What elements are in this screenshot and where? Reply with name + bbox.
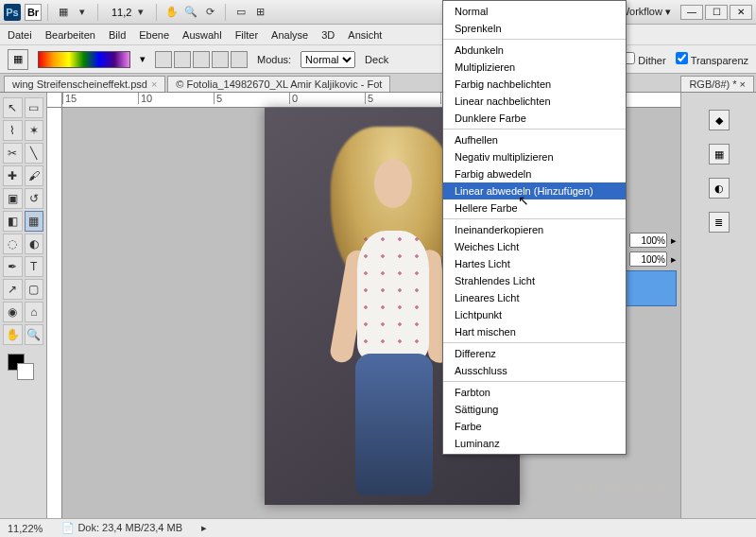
history-brush-tool[interactable]: ↺ <box>25 188 44 209</box>
hand-tool[interactable]: ✋ <box>3 324 23 345</box>
zoom-field[interactable]: 11,2 <box>112 7 131 18</box>
menu-ebene[interactable]: Ebene <box>139 29 169 41</box>
opacity-field[interactable] <box>629 233 667 248</box>
gradient-tool-icon[interactable]: ▦ <box>8 49 28 70</box>
color-swatches[interactable] <box>2 352 44 384</box>
gradient-reflected[interactable] <box>212 51 229 68</box>
menu-bild[interactable]: Bild <box>109 29 126 41</box>
status-dok[interactable]: 📄 Dok: 23,4 MB/23,4 MB <box>61 522 182 534</box>
blend-item[interactable]: Farbe <box>443 418 626 435</box>
hand-icon[interactable]: ✋ <box>163 4 181 21</box>
blend-item[interactable]: Hartes Licht <box>443 255 626 272</box>
gradient-radial[interactable] <box>174 51 191 68</box>
blend-item[interactable]: Negativ multiplizieren <box>443 148 626 165</box>
screen-mode-icon[interactable]: ▭ <box>232 4 250 21</box>
stamp-tool[interactable]: ▣ <box>3 188 23 209</box>
blend-item[interactable]: Strahlendes Licht <box>443 272 626 289</box>
menu-ansicht[interactable]: Ansicht <box>348 29 382 41</box>
zoom-icon[interactable]: 🔍 <box>181 4 200 21</box>
adjustments-panel-icon[interactable]: ◐ <box>709 178 730 199</box>
bridge-icon[interactable]: Br <box>25 4 42 21</box>
type-tool[interactable]: T <box>25 256 44 277</box>
blend-item-highlighted[interactable]: Linear abwedeln (Hinzufügen) <box>443 182 626 199</box>
menu-filter[interactable]: Filter <box>235 29 258 41</box>
lasso-tool[interactable]: ⌇ <box>3 120 23 141</box>
heal-tool[interactable]: ✚ <box>3 165 23 186</box>
dropdown-icon[interactable]: ▾ <box>73 4 92 21</box>
crop-tool[interactable]: ✂ <box>3 143 23 164</box>
tab-document-info[interactable]: RGB/8#) * × <box>680 76 754 92</box>
ruler-origin[interactable] <box>47 93 62 108</box>
dither-checkbox[interactable]: Dither <box>623 52 665 66</box>
gradient-tool[interactable]: ▦ <box>25 211 44 232</box>
dodge-tool[interactable]: ◐ <box>25 234 44 254</box>
pen-tool[interactable]: ✒ <box>3 256 23 277</box>
zoom-tool[interactable]: 🔍 <box>25 324 44 345</box>
blend-item[interactable]: Ausschluss <box>443 362 626 379</box>
ruler-vertical[interactable] <box>47 108 62 518</box>
layers-panel-icon[interactable]: ≣ <box>709 212 730 233</box>
tab-document-2[interactable]: © Fotolia_14982670_XL Amir Kaljikovic - … <box>167 76 390 92</box>
blend-item[interactable]: Abdunkeln <box>443 42 626 59</box>
arrange-icon[interactable]: ⊞ <box>250 4 269 21</box>
blend-item[interactable]: Lichtpunkt <box>443 306 626 323</box>
close-button[interactable]: ✕ <box>730 5 752 20</box>
close-icon[interactable]: × <box>151 78 157 90</box>
blend-item[interactable]: Hellere Farbe <box>443 199 626 217</box>
3d-tool[interactable]: ◉ <box>3 302 23 322</box>
swatches-panel-icon[interactable]: ▦ <box>709 144 730 165</box>
shape-tool[interactable]: ▢ <box>25 279 44 300</box>
gradient-preview[interactable] <box>38 51 130 68</box>
photoshop-icon[interactable]: Ps <box>4 4 21 21</box>
color-panel-icon[interactable]: ◆ <box>709 110 730 130</box>
blend-item[interactable]: Sättigung <box>443 401 626 418</box>
path-select-tool[interactable]: ↗ <box>3 279 23 300</box>
blend-item[interactable]: Normal <box>443 3 626 20</box>
modus-select[interactable]: Normal <box>301 51 355 68</box>
gradient-linear[interactable] <box>155 51 172 68</box>
menu-datei[interactable]: Datei <box>8 29 32 41</box>
move-tool[interactable]: ↖ <box>3 97 23 118</box>
chevron-down-icon[interactable]: ▾ <box>131 4 150 21</box>
camera-tool[interactable]: ⌂ <box>25 302 44 322</box>
minimize-button[interactable]: — <box>680 5 703 20</box>
status-zoom[interactable]: 11,22% <box>8 523 43 534</box>
film-icon[interactable]: ▦ <box>54 4 73 21</box>
gradient-angle[interactable] <box>193 51 210 68</box>
rotate-icon[interactable]: ⟳ <box>200 4 219 21</box>
blend-item[interactable]: Farbig abwedeln <box>443 165 626 182</box>
fill-flyout-icon[interactable]: ▸ <box>671 253 677 266</box>
blend-item[interactable]: Aufhellen <box>443 131 626 148</box>
opacity-flyout-icon[interactable]: ▸ <box>671 234 677 247</box>
eraser-tool[interactable]: ◧ <box>3 211 23 232</box>
menu-auswahl[interactable]: Auswahl <box>182 29 222 41</box>
blur-tool[interactable]: ◌ <box>3 234 23 254</box>
fill-field[interactable] <box>629 251 667 267</box>
blend-item[interactable]: Farbton <box>443 384 626 401</box>
blend-item[interactable]: Hart mischen <box>443 323 626 340</box>
gradient-diamond[interactable] <box>231 51 248 68</box>
wand-tool[interactable]: ✶ <box>25 120 44 141</box>
tab-document-1[interactable]: wing Streifenscheineffekt.psd× <box>4 76 165 92</box>
blend-item[interactable]: Linear nachbelichten <box>443 93 626 110</box>
menu-analyse[interactable]: Analyse <box>271 29 308 41</box>
transparenz-checkbox[interactable]: Transparenz <box>676 52 748 66</box>
blend-item[interactable]: Multiplizieren <box>443 59 626 76</box>
blend-item[interactable]: Differenz <box>443 345 626 362</box>
brush-tool[interactable]: 🖌 <box>25 165 44 186</box>
blend-item[interactable]: Weiches Licht <box>443 238 626 255</box>
blend-item[interactable]: Lineares Licht <box>443 289 626 306</box>
marquee-tool[interactable]: ▭ <box>25 97 44 118</box>
blend-item[interactable]: Luminanz <box>443 435 626 452</box>
maximize-button[interactable]: ☐ <box>705 5 728 20</box>
gradient-picker-icon[interactable]: ▾ <box>140 53 146 65</box>
status-flyout-icon[interactable]: ▸ <box>201 522 207 534</box>
background-color[interactable] <box>17 363 34 380</box>
menu-bearbeiten[interactable]: Bearbeiten <box>45 29 95 41</box>
blend-item[interactable]: Ineinanderkopieren <box>443 221 626 238</box>
eyedropper-tool[interactable]: ╲ <box>25 143 44 164</box>
blend-item[interactable]: Farbig nachbelichten <box>443 76 626 93</box>
blend-item[interactable]: Sprenkeln <box>443 20 626 37</box>
blend-item[interactable]: Dunklere Farbe <box>443 110 626 127</box>
menu-3d[interactable]: 3D <box>321 29 335 41</box>
